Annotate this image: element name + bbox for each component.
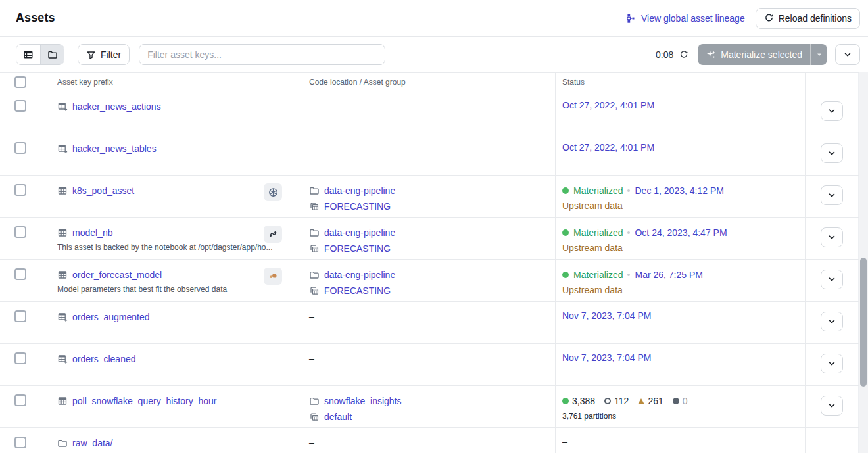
toolbar-more-button[interactable] (835, 44, 860, 65)
code-location-link[interactable]: data-eng-pipeline (324, 268, 395, 281)
materialization-timestamp-link[interactable]: Nov 7, 2023, 7:04 PM (562, 310, 651, 321)
folder-view-button[interactable] (40, 45, 64, 64)
materialize-selected-button: Materialize selected (698, 44, 827, 65)
code-location-cell: – (301, 302, 556, 343)
filter-asset-keys-input[interactable] (139, 44, 385, 65)
status-line: MaterializedDec 1, 2023, 4:12 PM (562, 184, 798, 197)
asset-group-link[interactable]: default (324, 410, 352, 423)
code-location-cell: data-eng-pipelineFORECASTING (301, 176, 556, 217)
row-actions-cell (806, 428, 859, 453)
row-expand-button[interactable] (821, 101, 843, 121)
compute-kind-badge (264, 268, 282, 285)
reload-definitions-button[interactable]: Reload definitions (756, 8, 860, 29)
row-checkbox[interactable] (14, 394, 26, 406)
lineage-icon (626, 13, 637, 24)
asset-group-line: FORECASTING (309, 200, 547, 213)
asset-link[interactable]: raw_data/ (72, 437, 112, 450)
asset-link[interactable]: k8s_pod_asset (72, 184, 134, 197)
code-location-cell: data-eng-pipelineFORECASTING (301, 218, 556, 259)
materialized-label: Materialized (573, 226, 623, 239)
row-expand-button[interactable] (821, 312, 843, 331)
chevron-down-icon (827, 358, 837, 369)
asset-key-cell: order_forecast_modelModel parameters tha… (49, 260, 301, 301)
asset-key-line: poll_snowflake_query_history_hour (57, 394, 293, 408)
row-expand-button[interactable] (821, 354, 843, 373)
asset-key-line: orders_cleaned (57, 352, 293, 366)
row-expand-button[interactable] (821, 185, 843, 205)
code-location-link[interactable]: data-eng-pipeline (324, 184, 395, 197)
materialization-timestamp-link[interactable]: Oct 27, 2022, 4:01 PM (562, 142, 654, 153)
row-expand-button[interactable] (821, 270, 843, 289)
upstream-data-tag[interactable]: Upstream data (562, 243, 623, 253)
column-header-status: Status (556, 73, 806, 91)
asset-group-link[interactable]: FORECASTING (324, 242, 391, 255)
page-title: Assets (16, 11, 55, 25)
folder-icon (309, 396, 320, 406)
row-expand-button[interactable] (821, 143, 843, 163)
materialization-timestamp-link[interactable]: Nov 7, 2023, 7:04 PM (562, 352, 651, 363)
row-actions-cell (806, 344, 859, 385)
materialization-timestamp-link[interactable]: Oct 24, 2023, 4:47 PM (635, 226, 727, 239)
row-checkbox[interactable] (14, 268, 26, 280)
chevron-down-icon (827, 190, 837, 201)
row-checkbox[interactable] (14, 142, 26, 154)
jupyter-icon (268, 271, 278, 281)
group-icon (309, 201, 320, 212)
row-checkbox[interactable] (14, 352, 26, 364)
materialized-dot-icon (562, 187, 569, 194)
view-global-asset-lineage-link[interactable]: View global asset lineage (626, 13, 745, 24)
asset-key-cell: hacker_news_tables (49, 133, 301, 175)
asset-link[interactable]: hacker_news_actions (72, 100, 161, 113)
row-checkbox[interactable] (14, 226, 26, 238)
asset-key-line: hacker_news_actions (57, 100, 293, 113)
row-checkbox[interactable] (14, 310, 26, 322)
asset-link[interactable]: order_forecast_model (72, 268, 162, 281)
code-location-cell: data-eng-pipelineFORECASTING (301, 260, 556, 301)
code-location-line: data-eng-pipeline (309, 184, 547, 197)
refresh-button[interactable] (679, 50, 688, 59)
asset-link[interactable]: model_nb (72, 226, 113, 239)
row-checkbox[interactable] (14, 100, 26, 112)
empty-value: – (562, 437, 567, 447)
materialize-options-caret[interactable] (810, 44, 827, 65)
status-cell: Nov 7, 2023, 7:04 PM (556, 302, 806, 343)
filter-button[interactable]: Filter (78, 44, 130, 65)
code-location-link[interactable]: snowflake_insights (324, 394, 402, 408)
asset-key-line: order_forecast_model (57, 268, 293, 281)
lineage-link-label: View global asset lineage (641, 13, 745, 24)
row-expand-button[interactable] (821, 227, 843, 247)
triangle-amber-icon (638, 398, 644, 404)
kubernetes-icon (268, 187, 279, 198)
asset-link[interactable]: poll_snowflake_query_history_hour (72, 394, 216, 408)
materialization-timestamp-link[interactable]: Dec 1, 2023, 4:12 PM (635, 184, 723, 197)
materialization-timestamp-link[interactable]: Oct 27, 2022, 4:01 PM (562, 100, 654, 110)
scrollbar-thumb[interactable] (860, 258, 867, 387)
materialize-selected-main[interactable]: Materialize selected (698, 44, 810, 65)
asset-description: This asset is backed by the notebook at … (57, 243, 293, 252)
upstream-data-tag[interactable]: Upstream data (562, 285, 623, 295)
asset-group-link[interactable]: FORECASTING (324, 200, 391, 213)
assets-table: Asset key prefix Code location / Asset g… (0, 72, 859, 453)
asset-key-line: orders_augmented (57, 310, 293, 323)
column-header-code-location: Code location / Asset group (301, 73, 556, 91)
asset-group-link[interactable]: FORECASTING (324, 284, 391, 297)
asset-link[interactable]: orders_augmented (72, 310, 150, 323)
chevron-down-icon (842, 49, 853, 60)
row-actions-cell (806, 91, 859, 133)
select-all-checkbox[interactable] (14, 76, 26, 88)
list-view-button[interactable] (16, 45, 40, 64)
code-location-link[interactable]: data-eng-pipeline (324, 226, 395, 239)
row-select-cell (0, 91, 49, 133)
asset-link[interactable]: orders_cleaned (72, 352, 136, 366)
row-expand-button[interactable] (821, 396, 843, 416)
top-bar-actions: View global asset lineage Reload definit… (626, 8, 860, 29)
table-plus-icon (57, 143, 68, 154)
row-actions-cell (806, 133, 859, 175)
row-checkbox[interactable] (14, 437, 26, 448)
upstream-data-tag[interactable]: Upstream data (562, 201, 623, 211)
row-checkbox[interactable] (14, 184, 26, 196)
materialization-timestamp-link[interactable]: Mar 26, 7:25 PM (635, 268, 703, 281)
vertical-scrollbar[interactable] (859, 72, 868, 453)
row-select-cell (0, 386, 49, 427)
asset-link[interactable]: hacker_news_tables (72, 142, 157, 155)
